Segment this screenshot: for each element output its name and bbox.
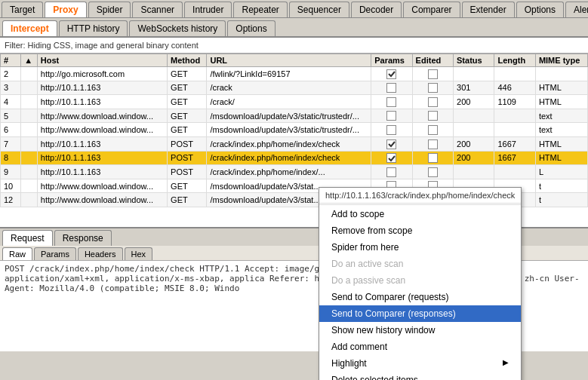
table-row[interactable]: 5http://www.download.window...GET/msdown… <box>1 109 588 123</box>
col-header-arrow[interactable]: ▲ <box>21 54 38 67</box>
tab-comparer[interactable]: Comparer <box>403 2 460 17</box>
filter-bar[interactable]: Filter: Hiding CSS, image and general bi… <box>0 38 588 54</box>
proxy-navigation: Intercept HTTP history WebSockets histor… <box>0 18 588 38</box>
tab-spider[interactable]: Spider <box>88 2 131 17</box>
col-header-num[interactable]: # <box>1 54 21 67</box>
col-header-method[interactable]: Method <box>168 54 207 67</box>
tab-intercept[interactable]: Intercept <box>2 20 57 36</box>
table-row[interactable]: 9http://10.1.1.163POST/crack/index.php/h… <box>1 165 588 179</box>
context-menu-item-1[interactable]: Remove from scope <box>319 222 521 239</box>
tab-repeater[interactable]: Repeater <box>233 2 287 17</box>
col-header-host[interactable]: Host <box>37 54 167 67</box>
table-row[interactable]: 7http://10.1.1.163POST/crack/index.php/h… <box>1 136 588 151</box>
subtab-headers[interactable]: Headers <box>78 247 123 260</box>
table-row[interactable]: 4http://10.1.1.163GET/crack/2001109HTML <box>1 95 588 109</box>
tab-proxy-options[interactable]: Options <box>227 20 275 36</box>
tab-http-history[interactable]: HTTP history <box>59 20 128 36</box>
tab-websockets-history[interactable]: WebSockets history <box>129 20 226 36</box>
col-header-url[interactable]: URL <box>207 54 371 67</box>
tab-sequencer[interactable]: Sequencer <box>289 2 349 17</box>
tab-alerts[interactable]: Alerts <box>565 2 588 17</box>
tab-proxy[interactable]: Proxy <box>45 2 86 17</box>
context-menu-item-10[interactable]: Delete selected items <box>319 372 521 380</box>
tab-response[interactable]: Response <box>54 230 112 246</box>
col-header-mime[interactable]: MIME type <box>535 54 587 67</box>
context-menu-item-5[interactable]: Send to Comparer (requests) <box>319 289 521 305</box>
tab-intruder[interactable]: Intruder <box>184 2 232 17</box>
tab-target[interactable]: Target <box>2 2 43 17</box>
tab-options[interactable]: Options <box>516 2 564 17</box>
tab-request[interactable]: Request <box>2 230 53 246</box>
context-menu-item-6[interactable]: Send to Comparer (responses) <box>319 305 521 322</box>
subtab-params[interactable]: Params <box>34 247 76 260</box>
filter-text: Filter: Hiding CSS, image and general bi… <box>5 41 199 50</box>
context-menu-item-8[interactable]: Add comment <box>319 339 521 355</box>
context-menu-header: http://10.1.1.163/crack/index.php/home/i… <box>319 188 521 204</box>
subtab-hex[interactable]: Hex <box>125 247 153 260</box>
table-row[interactable]: 6http://www.download.window...GET/msdown… <box>1 123 588 137</box>
col-header-params[interactable]: Params <box>371 54 412 67</box>
col-header-edited[interactable]: Edited <box>412 54 453 67</box>
table-row[interactable]: 8http://10.1.1.163POST/crack/index.php/h… <box>1 151 588 165</box>
tab-decoder[interactable]: Decoder <box>351 2 402 17</box>
col-header-length[interactable]: Length <box>494 54 535 67</box>
context-menu-item-0[interactable]: Add to scope <box>319 206 521 222</box>
context-menu-item-9[interactable]: Highlight <box>319 355 521 372</box>
context-menu: http://10.1.1.163/crack/index.php/home/i… <box>319 187 522 380</box>
col-header-status[interactable]: Status <box>454 54 494 67</box>
subtab-raw[interactable]: Raw <box>2 247 32 260</box>
tab-scanner[interactable]: Scanner <box>132 2 183 17</box>
top-navigation: Target Proxy Spider Scanner Intruder Rep… <box>0 0 588 18</box>
table-row[interactable]: 3http://10.1.1.163GET/crack301446HTML <box>1 81 588 95</box>
context-menu-item-7[interactable]: Show new history window <box>319 322 521 339</box>
context-menu-item-2[interactable]: Spider from here <box>319 239 521 256</box>
tab-extender[interactable]: Extender <box>462 2 515 17</box>
table-row[interactable]: 2http://go.microsoft.comGET/fwlink/?Link… <box>1 67 588 81</box>
context-menu-item-3: Do an active scan <box>319 256 521 272</box>
history-table: # ▲ Host Method URL Params Edited Status… <box>0 54 588 207</box>
context-menu-item-4: Do a passive scan <box>319 272 521 289</box>
